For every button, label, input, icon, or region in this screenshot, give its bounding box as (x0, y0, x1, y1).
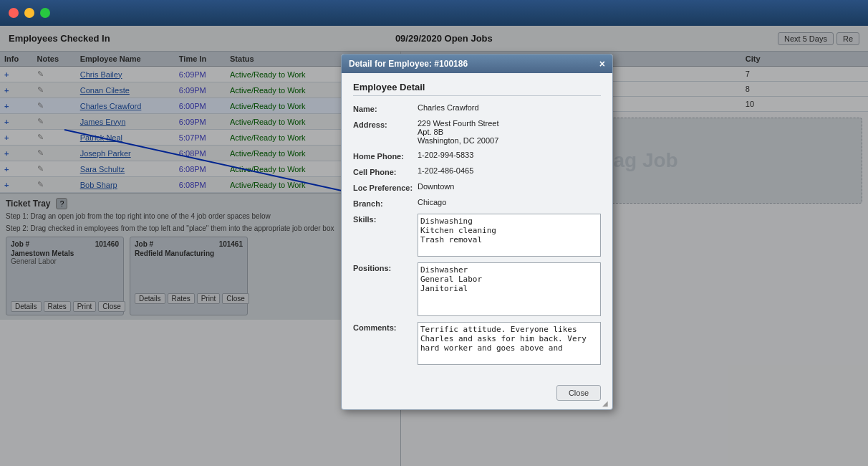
comments-label: Comments: (353, 322, 418, 332)
field-branch: Branch: Chicago (353, 198, 601, 208)
home-phone-value: 1-202-994-5833 (418, 151, 601, 159)
branch-value: Chicago (418, 198, 601, 206)
employee-detail-modal: Detail for Employee: #100186 × Employee … (341, 54, 613, 410)
modal-title: Detail for Employee: #100186 (349, 59, 468, 69)
traffic-light-red[interactable] (9, 8, 19, 18)
modal-backdrop: Detail for Employee: #100186 × Employee … (0, 26, 868, 466)
field-loc-preference: Loc Preference: Downtown (353, 182, 601, 192)
cell-phone-value: 1-202-486-0465 (418, 166, 601, 175)
modal-close-x[interactable]: × (599, 59, 605, 69)
home-phone-label: Home Phone: (353, 151, 418, 161)
main-content: Employees Checked In 09/29/2020 Open Job… (0, 26, 868, 466)
modal-body: Employee Detail Name: Charles Crawford A… (342, 73, 612, 379)
field-skills: Skills: Dishwashing Kitchen cleaning Tra… (353, 214, 601, 257)
branch-label: Branch: (353, 198, 418, 208)
resize-handle[interactable]: ◢ (602, 399, 611, 408)
field-cell-phone: Cell Phone: 1-202-486-0465 (353, 166, 601, 176)
modal-close-button[interactable]: Close (556, 385, 601, 401)
field-comments: Comments: Terrific attitude. Everyone li… (353, 322, 601, 365)
modal-header: Detail for Employee: #100186 × (342, 54, 612, 73)
skills-textarea[interactable]: Dishwashing Kitchen cleaning Trash remov… (418, 214, 601, 257)
field-name: Name: Charles Crawford (353, 103, 601, 113)
name-label: Name: (353, 103, 418, 113)
address-label: Address: (353, 119, 418, 129)
positions-textarea[interactable]: Dishwasher General Labor Janitorial (418, 262, 601, 316)
name-value: Charles Crawford (418, 103, 601, 112)
modal-section-title: Employee Detail (353, 82, 601, 96)
skills-label: Skills: (353, 214, 418, 224)
field-address: Address: 229 West Fourth Street Apt. 8B … (353, 119, 601, 145)
modal-footer: Close (342, 379, 612, 409)
loc-pref-value: Downtown (418, 182, 601, 191)
field-home-phone: Home Phone: 1-202-994-5833 (353, 151, 601, 161)
positions-label: Positions: (353, 262, 418, 272)
title-bar (0, 0, 868, 26)
cell-phone-label: Cell Phone: (353, 166, 418, 176)
traffic-light-green[interactable] (40, 8, 50, 18)
address-value: 229 West Fourth Street Apt. 8B Washingto… (418, 119, 601, 145)
field-positions: Positions: Dishwasher General Labor Jani… (353, 262, 601, 316)
loc-pref-label: Loc Preference: (353, 182, 418, 192)
comments-textarea[interactable]: Terrific attitude. Everyone likes Charle… (418, 322, 601, 365)
traffic-light-yellow[interactable] (24, 8, 34, 18)
